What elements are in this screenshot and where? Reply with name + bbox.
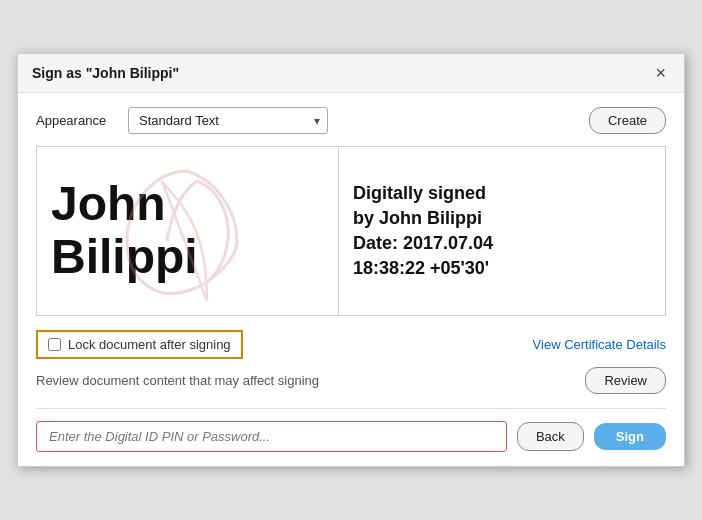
- close-button[interactable]: ×: [651, 64, 670, 82]
- review-button[interactable]: Review: [585, 367, 666, 394]
- review-row: Review document content that may affect …: [36, 367, 666, 394]
- view-certificate-link[interactable]: View Certificate Details: [533, 337, 666, 352]
- bottom-row: Back Sign: [36, 421, 666, 452]
- sign-dialog: Sign as "John Bilippi" × Appearance Stan…: [17, 53, 685, 467]
- sign-button[interactable]: Sign: [594, 423, 666, 450]
- pin-input[interactable]: [36, 421, 507, 452]
- signature-info-area: Digitally signedby John BilippiDate: 201…: [339, 147, 665, 315]
- signature-name-area: John Bilippi: [37, 147, 338, 315]
- lock-checkbox[interactable]: [48, 338, 61, 351]
- divider: [36, 408, 666, 409]
- signature-info-text: Digitally signedby John BilippiDate: 201…: [353, 181, 651, 282]
- appearance-row: Appearance Standard Text Create: [36, 107, 666, 134]
- lock-row: Lock document after signing View Certifi…: [36, 330, 666, 359]
- lock-checkbox-area: Lock document after signing: [36, 330, 243, 359]
- signature-preview: John Bilippi Digitally signedby John Bil…: [36, 146, 666, 316]
- appearance-select-wrapper: Standard Text: [128, 107, 328, 134]
- create-button[interactable]: Create: [589, 107, 666, 134]
- title-bar: Sign as "John Bilippi" ×: [18, 54, 684, 93]
- back-button[interactable]: Back: [517, 422, 584, 451]
- appearance-label: Appearance: [36, 113, 116, 128]
- lock-label: Lock document after signing: [68, 337, 231, 352]
- dialog-content: Appearance Standard Text Create John Bil…: [18, 93, 684, 466]
- dialog-title: Sign as "John Bilippi": [32, 65, 179, 81]
- review-text: Review document content that may affect …: [36, 373, 319, 388]
- appearance-select[interactable]: Standard Text: [128, 107, 328, 134]
